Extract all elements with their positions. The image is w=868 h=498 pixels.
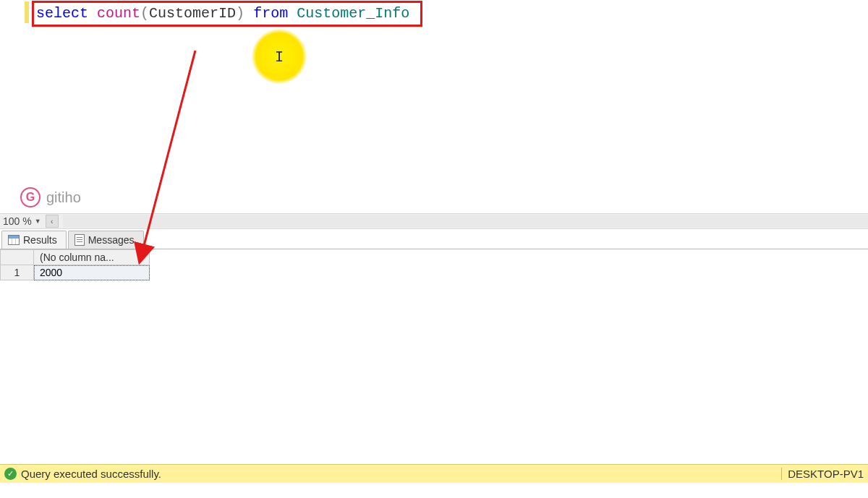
- watermark-text: gitiho: [46, 189, 81, 206]
- zoom-level-value: 100 %: [3, 215, 32, 227]
- table-row[interactable]: 1 2000: [1, 265, 150, 280]
- sql-paren-close: ): [236, 5, 244, 22]
- sql-code-line[interactable]: select count(CustomerID) from Customer_I…: [29, 3, 868, 25]
- tab-messages-label: Messages: [88, 234, 135, 246]
- results-table[interactable]: (No column na... 1 2000: [0, 249, 150, 280]
- sql-keyword-from: from: [253, 5, 288, 22]
- sql-keyword-select: select: [36, 5, 88, 22]
- results-tabs: Results Messages: [0, 229, 868, 249]
- status-bar: ✓ Query executed successfully. DESKTOP-P…: [0, 464, 868, 483]
- zoom-level-dropdown[interactable]: 100 % ▼: [3, 215, 41, 227]
- sql-table-name: Customer_Info: [297, 5, 409, 22]
- status-message: Query executed successfully.: [21, 468, 161, 480]
- sql-argument: CustomerID: [149, 5, 236, 22]
- horizontal-scrollbar[interactable]: [63, 215, 868, 228]
- sql-paren-open: (: [140, 5, 149, 22]
- watermark: G gitiho: [20, 187, 81, 207]
- text-cursor-icon: I: [275, 48, 284, 65]
- tab-messages[interactable]: Messages: [68, 231, 144, 249]
- annotation-highlight-spot: I: [252, 29, 307, 84]
- success-check-icon: ✓: [4, 468, 17, 480]
- document-icon: [75, 234, 85, 246]
- tab-results[interactable]: Results: [1, 231, 67, 249]
- sql-function-count: count: [97, 5, 140, 22]
- results-grid-pane[interactable]: (No column na... 1 2000: [0, 249, 868, 464]
- row-number-cell[interactable]: 1: [1, 265, 34, 280]
- grid-corner-cell[interactable]: [1, 250, 34, 265]
- status-server: DESKTOP-PV1: [781, 468, 864, 480]
- grid-icon: [8, 235, 20, 245]
- result-cell[interactable]: 2000: [34, 265, 150, 280]
- sql-editor-pane[interactable]: select count(CustomerID) from Customer_I…: [0, 0, 868, 213]
- editor-gutter: [0, 0, 29, 213]
- tab-results-label: Results: [23, 234, 57, 246]
- zoom-bar: 100 % ▼ ‹: [0, 213, 868, 229]
- chevron-down-icon: ▼: [35, 218, 41, 225]
- watermark-logo-icon: G: [20, 187, 41, 207]
- column-header[interactable]: (No column na...: [34, 250, 150, 265]
- scroll-left-button[interactable]: ‹: [46, 215, 59, 228]
